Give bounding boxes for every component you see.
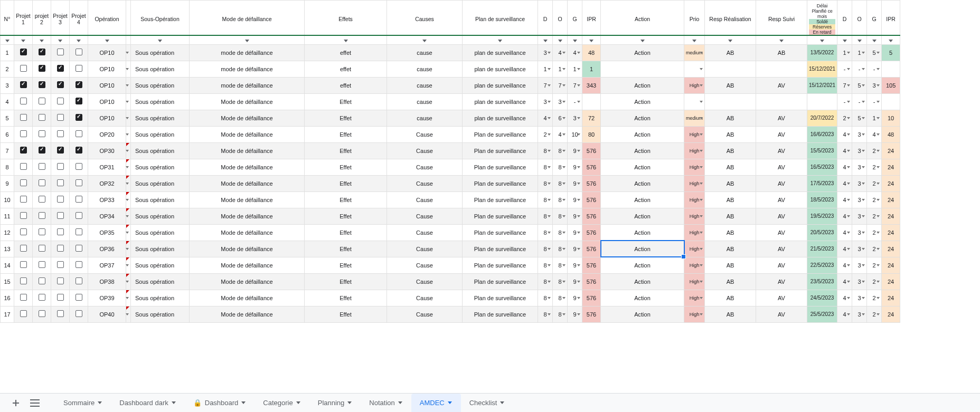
cell-op-dd[interactable] — [126, 142, 131, 159]
cell-plan[interactable]: Plan de surveillance — [463, 142, 538, 159]
dropdown-icon[interactable] — [847, 150, 850, 152]
cell-date[interactable]: 19/5/2023 — [807, 208, 837, 224]
cell-cau[interactable]: Cause — [387, 159, 463, 175]
cell-action[interactable]: Action — [601, 126, 684, 142]
dropdown-icon[interactable] — [548, 281, 551, 283]
checkbox[interactable] — [20, 163, 27, 170]
cell-action[interactable]: Action — [601, 257, 684, 273]
cell-date[interactable]: 13/5/2022 — [807, 44, 837, 61]
cell-date[interactable]: 18/5/2023 — [807, 191, 837, 208]
cell-op[interactable]: OP30 — [88, 142, 126, 159]
cell-sop[interactable]: Sous opération — [131, 224, 190, 241]
dropdown-icon[interactable] — [577, 199, 580, 201]
cell-eff[interactable]: Effet — [305, 191, 387, 208]
dropdown-icon[interactable] — [577, 117, 580, 119]
cell-cau[interactable]: cause — [387, 61, 463, 77]
cell-p1[interactable] — [14, 93, 33, 110]
filter-cell[interactable] — [538, 35, 553, 44]
dropdown-icon[interactable] — [562, 313, 566, 315]
cell-d[interactable]: 3 — [538, 93, 553, 110]
cell-resp-suivi[interactable] — [756, 61, 807, 77]
cell-p2[interactable] — [33, 142, 51, 159]
cell-p2[interactable] — [33, 224, 51, 241]
checkbox[interactable] — [57, 212, 64, 219]
filter-cell[interactable] — [463, 35, 538, 44]
cell-p3[interactable] — [51, 44, 70, 61]
cell-sop[interactable]: Sous opération — [131, 126, 190, 142]
checkbox[interactable] — [57, 179, 64, 186]
cell-n[interactable]: 5 — [1, 110, 14, 126]
dropdown-icon[interactable] — [847, 297, 850, 299]
cell-g[interactable]: 7 — [568, 77, 582, 93]
filter-cell[interactable] — [852, 35, 867, 44]
cell-ipr2[interactable]: 24 — [882, 306, 900, 322]
cell-g2[interactable]: 2 — [867, 306, 882, 322]
cell-op-dd[interactable] — [126, 191, 131, 208]
cell-n[interactable]: 10 — [1, 191, 14, 208]
dropdown-icon[interactable] — [548, 248, 551, 250]
cell-op[interactable]: OP34 — [88, 208, 126, 224]
cell-prio[interactable] — [684, 93, 705, 110]
dropdown-icon[interactable] — [548, 313, 551, 315]
cell-n[interactable]: 8 — [1, 159, 14, 175]
cell-prio[interactable]: High — [684, 159, 705, 175]
cell-cau[interactable]: Cause — [387, 306, 463, 322]
cell-ipr[interactable]: 576 — [582, 306, 601, 322]
cell-p1[interactable] — [14, 290, 33, 306]
cell-prio[interactable]: High — [684, 191, 705, 208]
cell-eff[interactable]: Effet — [305, 273, 387, 290]
cell-eff[interactable]: Effet — [305, 257, 387, 273]
cell-o2[interactable]: 3 — [852, 126, 867, 142]
dropdown-icon[interactable] — [562, 68, 566, 70]
checkbox[interactable] — [20, 310, 27, 317]
dropdown-icon[interactable] — [877, 133, 880, 136]
checkbox[interactable] — [76, 261, 82, 268]
cell-plan[interactable]: plan de surveillance — [463, 93, 538, 110]
cell-action[interactable]: Action — [601, 224, 684, 241]
cell-cau[interactable]: Cause — [387, 273, 463, 290]
cell-op[interactable]: OP35 — [88, 224, 126, 241]
cell-p1[interactable] — [14, 142, 33, 159]
filter-icon[interactable] — [543, 40, 548, 42]
cell-op-dd[interactable] — [126, 208, 131, 224]
cell-g2[interactable]: 2 — [867, 273, 882, 290]
checkbox[interactable] — [57, 49, 64, 55]
dropdown-icon[interactable] — [862, 150, 865, 152]
dropdown-icon[interactable] — [877, 166, 880, 168]
cell-prio[interactable]: medium — [684, 110, 705, 126]
dropdown-icon[interactable] — [862, 133, 865, 136]
dropdown-icon[interactable] — [862, 183, 865, 185]
dropdown-icon[interactable] — [577, 68, 580, 70]
checkbox[interactable] — [39, 65, 45, 72]
cell-mode[interactable]: Mode de défaillance — [190, 208, 305, 224]
cell-g[interactable]: 1 — [568, 61, 582, 77]
filter-icon[interactable] — [245, 40, 249, 42]
cell-date[interactable]: 16/5/2023 — [807, 159, 837, 175]
filter-icon[interactable] — [728, 40, 732, 42]
dropdown-icon[interactable] — [700, 52, 703, 54]
filter-cell[interactable] — [33, 35, 51, 44]
dropdown-icon[interactable] — [877, 183, 880, 185]
cell-action[interactable]: Action — [601, 273, 684, 290]
cell-cau[interactable]: Cause — [387, 175, 463, 191]
cell-d2[interactable]: 4 — [837, 290, 852, 306]
cell-g2[interactable]: 3 — [867, 77, 882, 93]
cell-g[interactable]: 3 — [568, 110, 582, 126]
dropdown-icon[interactable] — [862, 281, 865, 283]
cell-d[interactable]: 8 — [538, 241, 553, 257]
cell-op[interactable]: OP32 — [88, 175, 126, 191]
cell-cau[interactable]: Cause — [387, 142, 463, 159]
cell-resp-real[interactable]: AB — [705, 126, 756, 142]
dropdown-icon[interactable] — [562, 297, 566, 299]
cell-eff[interactable]: Effet — [305, 306, 387, 322]
cell-plan[interactable]: Plan de surveillance — [463, 241, 538, 257]
cell-p1[interactable] — [14, 110, 33, 126]
dropdown-icon[interactable] — [562, 183, 566, 185]
cell-p1[interactable] — [14, 273, 33, 290]
dropdown-icon[interactable] — [847, 199, 850, 201]
dropdown-icon[interactable] — [577, 150, 580, 152]
checkbox[interactable] — [20, 49, 27, 55]
cell-op-dd[interactable] — [126, 175, 131, 191]
dropdown-icon[interactable] — [562, 215, 566, 217]
cell-p3[interactable] — [51, 110, 70, 126]
